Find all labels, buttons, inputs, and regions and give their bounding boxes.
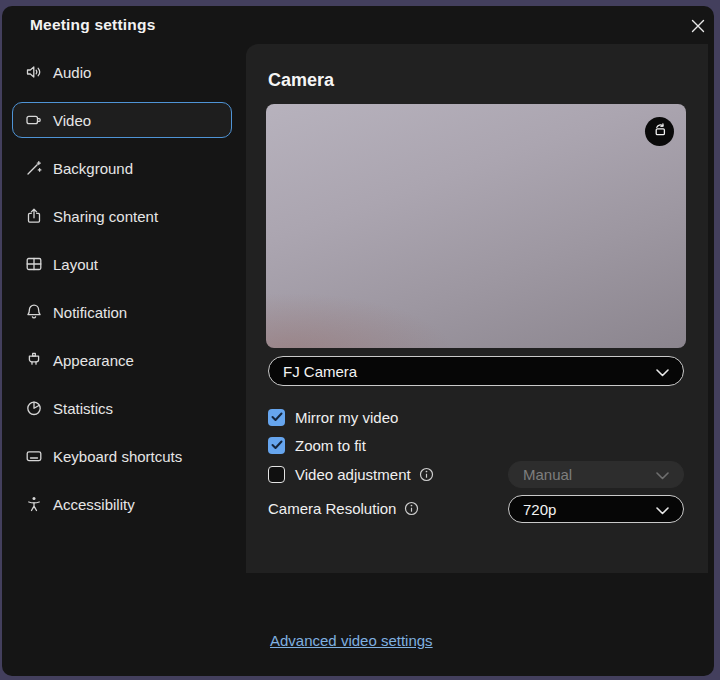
camera-resolution-label: Camera Resolution <box>268 500 396 517</box>
accessibility-person-icon <box>24 494 44 514</box>
video-adjustment-checkbox[interactable] <box>268 466 285 483</box>
sidebar-item-label: Appearance <box>53 352 134 369</box>
camera-resolution-value: 720p <box>523 501 556 518</box>
sidebar-item-accessibility[interactable]: Accessibility <box>12 486 232 522</box>
sidebar-item-keyboard-shortcuts[interactable]: Keyboard shortcuts <box>12 438 232 474</box>
chevron-down-icon <box>656 466 669 483</box>
camera-resolution-row: Camera Resolution <box>268 499 419 517</box>
camera-device-select[interactable]: FJ Camera <box>268 356 684 386</box>
pie-chart-icon <box>24 398 44 418</box>
sidebar-item-label: Audio <box>53 64 91 81</box>
meeting-settings-dialog: Meeting settings Audio Video Background … <box>2 6 714 676</box>
close-icon <box>691 19 705 37</box>
chevron-down-icon <box>656 501 669 518</box>
dialog-title: Meeting settings <box>30 14 156 36</box>
video-settings-panel: Camera FJ Camera Mirror my video <box>246 44 708 573</box>
share-icon <box>24 206 44 226</box>
camera-preview <box>266 104 686 348</box>
keyboard-icon <box>24 446 44 466</box>
sidebar-item-statistics[interactable]: Statistics <box>12 390 232 426</box>
camera-resolution-info-icon[interactable] <box>404 501 419 516</box>
sidebar-item-video[interactable]: Video <box>12 102 232 138</box>
zoom-to-fit-label: Zoom to fit <box>295 437 366 454</box>
video-adjustment-label: Video adjustment <box>295 466 411 483</box>
sidebar-item-label: Accessibility <box>53 496 135 513</box>
camera-device-value: FJ Camera <box>283 363 357 380</box>
video-adjustment-row: Video adjustment <box>268 465 434 483</box>
sidebar-item-label: Video <box>53 112 91 129</box>
sidebar-item-label: Sharing content <box>53 208 158 225</box>
close-button[interactable] <box>686 16 710 40</box>
check-icon <box>271 412 283 422</box>
video-adjustment-select[interactable]: Manual <box>508 461 684 488</box>
sidebar-item-sharing-content[interactable]: Sharing content <box>12 198 232 234</box>
mirror-video-checkbox[interactable] <box>268 409 285 426</box>
mirror-video-row: Mirror my video <box>268 408 398 426</box>
camera-resolution-select[interactable]: 720p <box>508 495 684 523</box>
zoom-to-fit-checkbox[interactable] <box>268 437 285 454</box>
sidebar-item-background[interactable]: Background <box>12 150 232 186</box>
video-adjustment-info-icon[interactable] <box>419 467 434 482</box>
sidebar-item-label: Keyboard shortcuts <box>53 448 182 465</box>
magic-wand-icon <box>24 158 44 178</box>
chevron-down-icon <box>656 363 669 380</box>
rotate-camera-icon <box>650 120 669 143</box>
advanced-video-settings-link[interactable]: Advanced video settings <box>270 632 433 649</box>
sidebar-item-layout[interactable]: Layout <box>12 246 232 282</box>
grid-layout-icon <box>24 254 44 274</box>
bell-icon <box>24 302 44 322</box>
paintbrush-icon <box>24 350 44 370</box>
sidebar-item-label: Background <box>53 160 133 177</box>
camera-heading: Camera <box>268 70 334 91</box>
video-adjustment-value: Manual <box>523 466 572 483</box>
sidebar-item-notification[interactable]: Notification <box>12 294 232 330</box>
check-icon <box>271 440 283 450</box>
zoom-to-fit-row: Zoom to fit <box>268 436 366 454</box>
sidebar-item-label: Layout <box>53 256 98 273</box>
sidebar-item-label: Statistics <box>53 400 113 417</box>
speaker-icon <box>24 62 44 82</box>
sidebar-item-label: Notification <box>53 304 127 321</box>
video-camera-icon <box>24 110 44 130</box>
sidebar-item-audio[interactable]: Audio <box>12 54 232 90</box>
sidebar-item-appearance[interactable]: Appearance <box>12 342 232 378</box>
mirror-video-label: Mirror my video <box>295 409 398 426</box>
rotate-camera-button[interactable] <box>645 117 674 146</box>
